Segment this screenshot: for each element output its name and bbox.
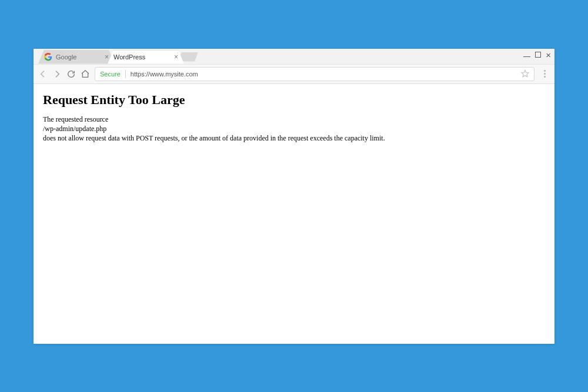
error-heading: Request Entity Too Large <box>43 92 545 108</box>
page-viewport: Request Entity Too Large The requested r… <box>34 84 554 344</box>
home-icon[interactable] <box>81 69 90 79</box>
kebab-menu-icon[interactable] <box>539 70 550 78</box>
separator <box>125 70 126 78</box>
tab-strip: Google × WordPress × × <box>34 49 554 64</box>
minimize-icon[interactable] <box>523 51 530 58</box>
toolbar: Secure <box>34 64 554 84</box>
close-window-icon[interactable]: × <box>546 51 551 59</box>
svg-marker-0 <box>522 70 529 77</box>
error-body: The requested resource /wp-admin/update.… <box>43 115 545 143</box>
secure-label: Secure <box>100 71 121 78</box>
forward-icon[interactable] <box>52 69 62 79</box>
reload-icon[interactable] <box>66 69 76 79</box>
tab-google[interactable]: Google × <box>38 50 115 64</box>
tab-title: WordPress <box>113 53 170 61</box>
nav-buttons <box>38 69 90 79</box>
google-favicon-icon <box>44 53 52 61</box>
bookmark-star-icon[interactable] <box>521 69 529 79</box>
address-bar[interactable]: Secure <box>95 67 534 81</box>
tab-wordpress[interactable]: WordPress × <box>108 50 184 64</box>
back-icon[interactable] <box>38 69 48 79</box>
maximize-icon[interactable] <box>535 52 541 58</box>
window-controls: × <box>523 51 551 59</box>
url-input[interactable] <box>131 71 516 78</box>
browser-window: Google × WordPress × × <box>34 49 554 344</box>
tab-title: Google <box>56 53 101 61</box>
close-tab-icon[interactable]: × <box>174 53 178 61</box>
